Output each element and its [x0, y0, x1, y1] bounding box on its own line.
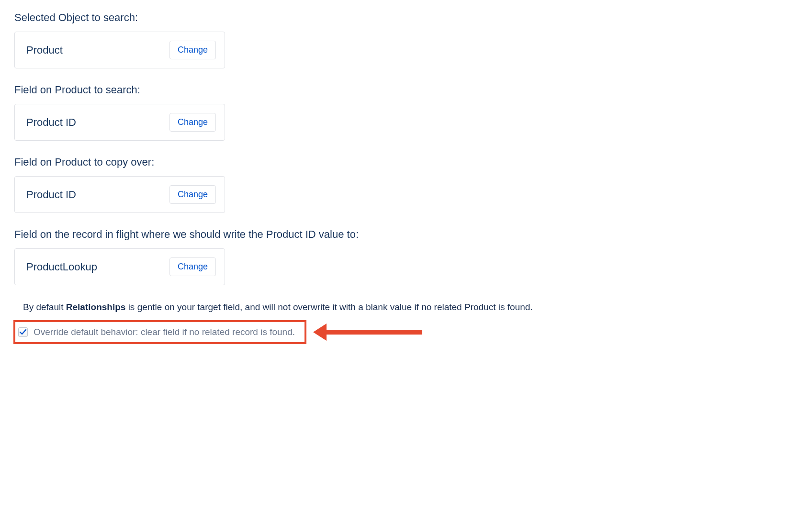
change-search-field-button[interactable]: Change — [169, 113, 216, 132]
selected-object-label: Selected Object to search: — [14, 11, 798, 24]
selected-object-value: Product — [26, 44, 169, 56]
selected-object-section: Selected Object to search: Product Chang… — [14, 11, 798, 68]
override-checkbox[interactable] — [18, 327, 28, 337]
field-to-write-label: Field on the record in flight where we s… — [14, 228, 798, 241]
field-to-search-section: Field on Product to search: Product ID C… — [14, 84, 798, 141]
change-object-button[interactable]: Change — [169, 41, 216, 59]
field-to-copy-section: Field on Product to copy over: Product I… — [14, 156, 798, 213]
override-label: Override default behavior: clear field i… — [34, 327, 295, 337]
change-write-field-button[interactable]: Change — [169, 257, 216, 276]
description-prefix: By default — [23, 302, 66, 312]
change-copy-field-button[interactable]: Change — [169, 185, 216, 204]
check-icon — [19, 328, 27, 336]
annotation-arrow — [313, 324, 422, 341]
default-behavior-description: By default Relationships is gentle on yo… — [23, 301, 798, 314]
field-to-copy-value: Product ID — [26, 189, 169, 201]
field-to-write-field: ProductLookup Change — [14, 248, 225, 285]
field-to-search-label: Field on Product to search: — [14, 84, 798, 96]
field-to-write-section: Field on the record in flight where we s… — [14, 228, 798, 285]
field-to-search-field: Product ID Change — [14, 104, 225, 141]
field-to-copy-label: Field on Product to copy over: — [14, 156, 798, 168]
selected-object-field: Product Change — [14, 32, 225, 68]
description-suffix: is gentle on your target field, and will… — [125, 302, 532, 312]
field-to-search-value: Product ID — [26, 116, 169, 129]
field-to-copy-field: Product ID Change — [14, 176, 225, 213]
description-strong: Relationships — [66, 302, 126, 312]
arrow-line-icon — [327, 330, 422, 335]
field-to-write-value: ProductLookup — [26, 261, 169, 273]
arrow-head-icon — [313, 324, 327, 341]
override-behavior-row: Override default behavior: clear field i… — [13, 320, 306, 344]
